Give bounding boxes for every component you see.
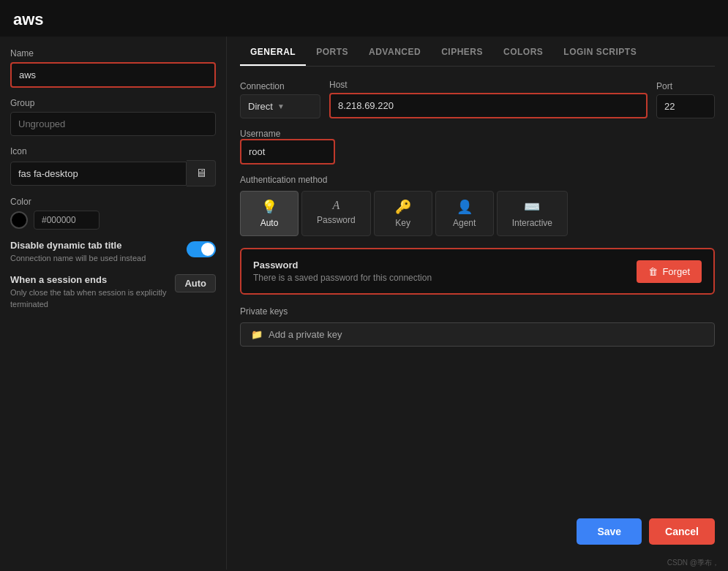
add-key-label: Add a private key bbox=[269, 329, 342, 340]
bottom-actions: Save Cancel bbox=[577, 518, 715, 545]
cancel-button[interactable]: Cancel bbox=[649, 518, 715, 545]
auth-password[interactable]: A Password bbox=[301, 191, 371, 236]
forget-button[interactable]: 🗑 Forget bbox=[637, 260, 702, 283]
connection-host-port-row: Connection Direct ▼ Host Port bbox=[240, 80, 715, 118]
auth-label: Authentication method bbox=[240, 175, 715, 185]
name-section: Name bbox=[10, 48, 216, 88]
forget-label: Forget bbox=[662, 266, 690, 277]
desktop-icon: 🖥 bbox=[187, 160, 216, 186]
connection-group: Connection Direct ▼ bbox=[240, 81, 320, 118]
auto-badge[interactable]: Auto bbox=[175, 274, 216, 292]
host-label: Host bbox=[329, 80, 648, 90]
app-title: aws bbox=[0, 0, 728, 37]
disable-tab-row: Disable dynamic tab title Connection nam… bbox=[10, 240, 216, 264]
watermark: CSDN @季布， bbox=[667, 558, 719, 568]
chevron-down-icon: ▼ bbox=[277, 102, 285, 110]
tab-colors[interactable]: COLORS bbox=[493, 37, 553, 66]
auth-password-label: Password bbox=[317, 215, 356, 225]
color-label: Color bbox=[10, 197, 216, 207]
group-label: Group bbox=[10, 98, 216, 108]
color-section: Color bbox=[10, 197, 216, 230]
keyboard-icon: ⌨️ bbox=[524, 199, 540, 215]
port-label: Port bbox=[656, 81, 715, 91]
agent-icon: 👤 bbox=[457, 199, 473, 215]
icon-input[interactable] bbox=[10, 162, 187, 186]
right-panel: GENERAL PORTS ADVANCED CIPHERS COLORS LO… bbox=[227, 37, 728, 570]
connection-value: Direct bbox=[248, 101, 273, 112]
auth-key[interactable]: 🔑 Key bbox=[374, 191, 432, 236]
save-button[interactable]: Save bbox=[577, 518, 642, 545]
add-key-button[interactable]: 📁 Add a private key bbox=[240, 322, 715, 347]
color-input[interactable] bbox=[34, 211, 100, 230]
group-input[interactable] bbox=[10, 112, 216, 136]
disable-tab-label: Disable dynamic tab title bbox=[10, 240, 181, 251]
port-group: Port bbox=[656, 81, 715, 118]
username-input[interactable] bbox=[240, 139, 335, 165]
password-subtitle: There is a saved password for this conne… bbox=[253, 273, 432, 283]
disable-tab-text: Disable dynamic tab title Connection nam… bbox=[10, 240, 181, 264]
port-input[interactable] bbox=[656, 94, 715, 118]
icon-label: Icon bbox=[10, 146, 216, 156]
icon-row: 🖥 bbox=[10, 160, 216, 186]
auth-interactive[interactable]: ⌨️ Interactive bbox=[497, 191, 568, 236]
key-icon: 🔑 bbox=[395, 199, 411, 215]
auth-key-label: Key bbox=[395, 218, 410, 228]
trash-icon: 🗑 bbox=[648, 266, 658, 277]
host-group: Host bbox=[329, 80, 648, 118]
disable-tab-toggle[interactable] bbox=[187, 241, 216, 257]
username-row: Username bbox=[240, 129, 715, 165]
left-panel: Name Group Icon 🖥 Color Disab bbox=[0, 37, 227, 570]
disable-tab-subtitle: Connection name will be used instead bbox=[10, 253, 181, 264]
session-row: When a session ends Only close the tab w… bbox=[10, 274, 216, 310]
tab-ciphers[interactable]: CIPHERS bbox=[431, 37, 493, 66]
connection-label: Connection bbox=[240, 81, 320, 91]
auth-methods: 💡 Auto A Password 🔑 Key 👤 Agent ⌨️ Inter… bbox=[240, 191, 715, 236]
auth-agent-label: Agent bbox=[453, 218, 476, 228]
host-input[interactable] bbox=[329, 93, 648, 118]
username-label: Username bbox=[240, 129, 715, 139]
auth-auto-label: Auto bbox=[260, 218, 279, 228]
tab-general[interactable]: GENERAL bbox=[240, 37, 306, 66]
name-input[interactable] bbox=[10, 62, 216, 88]
tab-ports[interactable]: PORTS bbox=[306, 37, 359, 66]
name-label: Name bbox=[10, 48, 216, 58]
auth-agent[interactable]: 👤 Agent bbox=[435, 191, 494, 236]
session-label: When a session ends bbox=[10, 274, 169, 285]
auto-icon: 💡 bbox=[261, 199, 277, 215]
auth-interactive-label: Interactive bbox=[512, 218, 552, 228]
group-section: Group bbox=[10, 98, 216, 136]
password-box: Password There is a saved password for t… bbox=[240, 248, 715, 295]
password-letter-icon: A bbox=[332, 199, 339, 212]
tab-login-scripts[interactable]: LOGIN SCRIPTS bbox=[553, 37, 647, 66]
session-subtitle: Only close the tab when session is expli… bbox=[10, 287, 169, 310]
tabs-bar: GENERAL PORTS ADVANCED CIPHERS COLORS LO… bbox=[240, 37, 715, 67]
tab-advanced[interactable]: ADVANCED bbox=[359, 37, 431, 66]
session-text: When a session ends Only close the tab w… bbox=[10, 274, 169, 310]
folder-icon: 📁 bbox=[251, 329, 263, 340]
color-swatch[interactable] bbox=[10, 211, 28, 229]
connection-dropdown[interactable]: Direct ▼ bbox=[240, 94, 320, 118]
password-title: Password bbox=[253, 260, 432, 271]
auth-auto[interactable]: 💡 Auto bbox=[240, 191, 299, 236]
icon-section: Icon 🖥 bbox=[10, 146, 216, 186]
password-info: Password There is a saved password for t… bbox=[253, 260, 432, 283]
color-row bbox=[10, 211, 216, 230]
private-keys-label: Private keys bbox=[240, 306, 715, 317]
